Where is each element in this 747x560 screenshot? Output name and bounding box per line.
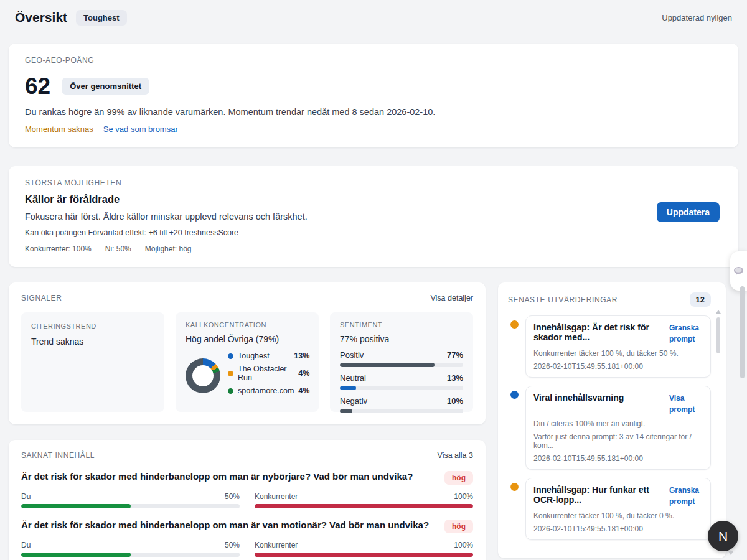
sentiment-bar-track (340, 363, 463, 367)
legend-dot (228, 353, 233, 359)
evaluation-title: Viral innehållsvarning (533, 393, 624, 415)
scrollbar-thumb[interactable] (716, 317, 720, 353)
risk-badge: hög (444, 471, 473, 485)
you-bar-track (21, 504, 240, 508)
evaluations-list: Innehållsgap: Är det risk för skador med… (508, 315, 711, 540)
evaluation-detail: Konkurrenter täcker 100 %, du täcker 0 %… (533, 511, 703, 520)
sentiment-bar-track (340, 409, 463, 413)
opportunity-card: STÖRSTA MÖJLIGHETEN Källor är föråldrade… (9, 166, 738, 267)
update-button[interactable]: Uppdatera (657, 202, 720, 222)
you-label: Du (21, 541, 31, 549)
evaluation-detail: Din / citeras 100% mer än vanligt. (533, 419, 703, 428)
evaluations-card: SENASTE UTVÄRDERINGAR 12 Innehållsgap: Ä… (498, 282, 726, 558)
sources-scroll-down-icon[interactable] (728, 551, 733, 555)
timeline-dot (510, 483, 519, 491)
sentiment-bar-name: Neutral (340, 373, 366, 383)
competitors-bar-fill (255, 553, 473, 557)
you-bar-track (21, 553, 240, 557)
question-title: Är det risk för skador med hinderbanelop… (21, 520, 429, 530)
review-prompt-link[interactable]: Granska prompt (669, 485, 703, 507)
sentiment-card: SENTIMENT 77% positiva Positiv 77% Neutr… (330, 312, 473, 412)
scroll-up-icon[interactable] (716, 310, 721, 314)
evaluation-timestamp: 2026-02-10T15:49:55.181+00:00 (533, 454, 703, 463)
score-value: 62 (25, 75, 50, 98)
source-concentration-card: KÄLLKONCENTRATION Hög andel Övriga (79%)… (176, 312, 319, 412)
competitors-value: 100% (454, 541, 473, 549)
page-title: Översikt (15, 10, 67, 25)
competitors-label: Konkurrenter (255, 492, 298, 501)
evaluations-label: SENASTE UTVÄRDERINGAR (508, 296, 618, 304)
show-details-link[interactable]: Visa detaljer (430, 294, 473, 302)
evaluation-title: Innehållsgap: Hur funkar ett OCR-lopp... (533, 485, 663, 507)
missing-content-item: Är det risk för skador med hinderbanelop… (21, 520, 473, 557)
source-concentration-label: KÄLLKONCENTRATION (186, 321, 309, 329)
you-label: Du (21, 492, 31, 501)
timeline-dot (510, 320, 519, 329)
you-value: 50% (225, 492, 240, 501)
missing-content-label: SAKNAT INNEHÅLL (21, 451, 95, 460)
see-blockers-link[interactable]: Se vad som bromsar (103, 124, 178, 134)
signals-card: SIGNALER Visa detaljer CITERINGSTREND — … (9, 282, 486, 424)
evaluation-item: Innehållsgap: Hur funkar ett OCR-lopp...… (525, 478, 711, 540)
sentiment-bar-name: Positiv (340, 350, 364, 360)
show-all-link[interactable]: Visa alla 3 (438, 451, 473, 460)
evaluation-item: Innehållsgap: Är det risk för skador med… (525, 315, 711, 378)
meta-opportunity: Möjlighet: hög (145, 245, 192, 253)
missing-content-card: SAKNAT INNEHÅLL Visa alla 3 Är det risk … (9, 440, 486, 560)
view-prompt-link[interactable]: Visa prompt (669, 393, 703, 415)
competitors-label: Konkurrenter (255, 541, 298, 549)
citation-trend-empty: Trend saknas (31, 337, 154, 347)
score-description: Du rankas högre än 99% av liknande varum… (25, 107, 722, 117)
topbar: Översikt Toughest Uppdaterad nyligen (0, 0, 747, 35)
evaluation-item: Viral innehållsvarning Visa prompt Din /… (525, 386, 711, 470)
brand-badge: Toughest (76, 10, 127, 26)
you-bar-fill (21, 504, 131, 508)
evaluation-detail: Konkurrenter täcker 100 %, du täcker 50 … (533, 349, 703, 358)
competitors-bar-fill (255, 504, 473, 508)
question-title: Är det risk för skador med hinderbanelop… (21, 471, 413, 482)
score-card: GEO-AEO-POÄNG 62 Över genomsnittet Du ra… (9, 44, 738, 147)
sentiment-label: SENTIMENT (340, 321, 463, 329)
source-donut-chart (186, 358, 220, 393)
review-prompt-link[interactable]: Granska prompt (669, 322, 703, 345)
legend-dot (228, 371, 233, 376)
missing-content-item: Är det risk för skador med hinderbanelop… (21, 471, 473, 508)
notification-fab[interactable]: N (708, 521, 738, 551)
main-content: GEO-AEO-POÄNG 62 Över genomsnittet Du ra… (0, 35, 747, 560)
timeline-dot (510, 391, 519, 399)
evaluations-count-badge: 12 (690, 292, 711, 307)
score-badge: Över genomsnittet (62, 78, 149, 95)
speech-bubble-icon (733, 266, 744, 276)
sentiment-bar-fill (340, 386, 356, 390)
sentiment-bar-track (340, 386, 463, 390)
legend-dot (228, 388, 233, 394)
evaluations-scrollbar[interactable] (716, 310, 721, 548)
evaluation-timestamp: 2026-02-10T15:49:55.181+00:00 (533, 362, 703, 371)
source-concentration-subtitle: Hög andel Övriga (79%) (186, 334, 309, 344)
opportunity-description: Fokusera här först. Äldre källor minskar… (25, 212, 722, 222)
evaluation-detail: Varför just denna prompt: 3 av 14 citeri… (533, 432, 703, 450)
opportunity-label: STÖRSTA MÖJLIGHETEN (25, 179, 722, 187)
competitors-bar-track (255, 504, 473, 508)
opportunity-title: Källor är föråldrade (25, 194, 722, 205)
you-bar-fill (21, 553, 131, 557)
sentiment-bar-fill (340, 363, 435, 367)
evaluation-timestamp: 2026-02-10T15:49:55.181+00:00 (533, 525, 703, 533)
sentiment-bar-fill (340, 409, 352, 413)
competitors-value: 100% (454, 492, 473, 501)
legend-item: sportamore.com 4% (228, 386, 309, 395)
sentiment-bar-name: Negativ (340, 396, 367, 406)
sentiment-subtitle: 77% positiva (340, 334, 463, 344)
page-scrollbar-thumb[interactable] (740, 286, 745, 378)
legend-item: The Obstacler Run 4% (228, 365, 309, 382)
updated-status: Uppdaterad nyligen (662, 13, 732, 22)
score-card-label: GEO-AEO-POÄNG (25, 56, 722, 65)
citation-trend-label: CITERINGSTREND (31, 322, 96, 330)
meta-competitors: Konkurrenter: 100% (25, 245, 92, 253)
citation-trend-card: CITERINGSTREND — Trend saknas (21, 312, 164, 412)
chat-widget-tab[interactable] (730, 251, 747, 291)
signals-label: SIGNALER (21, 294, 62, 302)
momentum-warning: Momentum saknas (25, 124, 93, 134)
source-legend: Toughest 13% The Obstacler Run 4% (228, 352, 309, 399)
competitors-bar-track (255, 553, 473, 557)
